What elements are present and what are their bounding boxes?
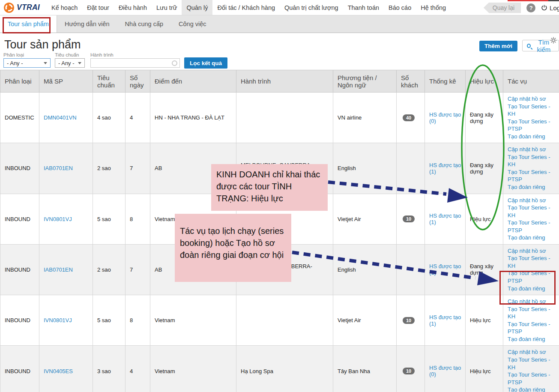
action-link[interactable]: Tạo Tour Series - KH: [508, 254, 558, 269]
action-link[interactable]: Tạo Tour Series - KH: [508, 204, 558, 219]
action-link[interactable]: Tạo Tour Series - PTSP: [508, 320, 558, 335]
cell-guests: [397, 244, 425, 295]
tour-code-link[interactable]: IVN0801VJ: [44, 216, 72, 222]
add-new-button[interactable]: Thêm mới: [479, 41, 517, 51]
cell-itinerary: Hạ Long Spa: [236, 346, 333, 392]
cell-status: Hiệu lực: [466, 346, 503, 392]
cell-code: IVN0405ES: [39, 346, 93, 392]
table-row: INBOUNDIVN0405ES3 sao4VietnamHạ Long Spa…: [0, 346, 559, 392]
category-filter-select[interactable]: - Any -: [3, 58, 51, 68]
column-header: Phương tiện / Ngôn ngữ: [333, 70, 397, 93]
cell-stats: HS được tạo (1): [425, 143, 466, 194]
cell-guests: 10: [397, 295, 425, 346]
sub-tab[interactable]: Hướng dẫn viên: [57, 15, 117, 33]
cell-code: IAB0701EN: [39, 143, 93, 194]
back-button[interactable]: Quay lại: [484, 3, 521, 13]
tour-code-link[interactable]: IVN0405ES: [44, 368, 73, 374]
column-header: Tác vụ: [503, 70, 559, 93]
nav-item[interactable]: Đối tác / Khách hàng: [212, 0, 280, 15]
cell-itinerary: [236, 295, 333, 346]
nav-item[interactable]: Hệ thống: [416, 0, 451, 15]
logout-button[interactable]: Logout: [541, 4, 559, 12]
cell-actions: Cập nhật hồ sơTạo Tour Series - KHTạo To…: [503, 295, 559, 346]
browser-artifact-dark: [548, 0, 559, 1]
nav-item[interactable]: Quản trị chất lượng: [280, 0, 343, 15]
action-link[interactable]: Tạo Tour Series - KH: [508, 103, 558, 118]
column-header: Thống kê: [425, 70, 466, 93]
cell-transport: English: [333, 143, 397, 194]
nav-item[interactable]: Lưu trữ: [152, 0, 182, 15]
action-link[interactable]: Tạo Tour Series - PTSP: [508, 269, 558, 284]
cell-destination: HN - NHA TRANG - ĐÀ LẠT: [150, 93, 236, 143]
sub-tab[interactable]: Nhà cung cấp: [117, 15, 171, 33]
nav-item[interactable]: Báo cáo: [384, 0, 416, 15]
action-link[interactable]: Tạo đoàn riêng: [508, 335, 558, 343]
stats-link[interactable]: HS được tạo (1): [429, 263, 461, 276]
tour-code-link[interactable]: IVN0801VJ: [44, 317, 72, 323]
itinerary-filter-input[interactable]: [90, 58, 180, 68]
nav-item[interactable]: Quản lý: [182, 0, 212, 15]
cell-actions: Cập nhật hồ sơTạo Tour Series - KHTạo To…: [503, 143, 559, 194]
action-link[interactable]: Tạo đoàn riêng: [508, 133, 558, 141]
action-link[interactable]: Cập nhật hồ sơ: [508, 348, 558, 356]
cell-actions: Cập nhật hồ sơTạo Tour Series - KHTạo To…: [503, 93, 559, 143]
cell-classification: INBOUND: [0, 244, 39, 295]
cell-actions: Cập nhật hồ sơTạo Tour Series - KHTạo To…: [503, 244, 559, 295]
stats-link[interactable]: HS được tạo (1): [429, 162, 461, 175]
cell-classification: DOMESTIC: [0, 93, 39, 143]
standard-filter-select[interactable]: - Any -: [55, 58, 85, 68]
action-link[interactable]: Tạo Tour Series - KH: [508, 305, 558, 320]
cell-standard: 5 sao: [93, 194, 126, 244]
app-window: VTRAI Kế hoạchĐặt tourĐiều hànhLưu trữQu…: [0, 0, 559, 392]
nav-item[interactable]: Đặt tour: [82, 0, 114, 15]
filter-results-button[interactable]: Lọc kết quả: [184, 57, 227, 69]
action-link[interactable]: Cập nhật hồ sơ: [508, 247, 558, 255]
action-link[interactable]: Cập nhật hồ sơ: [508, 197, 558, 204]
action-link[interactable]: Tạo Tour Series - KH: [508, 356, 558, 371]
action-link[interactable]: Tạo đoàn riêng: [508, 234, 558, 242]
gear-icon[interactable]: [550, 37, 557, 44]
cell-destination: Vietnam: [150, 295, 236, 346]
tour-code-link[interactable]: IAB0701EN: [44, 266, 73, 273]
sub-tab[interactable]: Công việc: [171, 15, 214, 33]
annotation-note-1: KINH DOANH chỉ khai thác được các tour T…: [211, 164, 328, 211]
action-link[interactable]: Tạo đoàn riêng: [508, 285, 558, 293]
category-filter-label: Phân loại: [3, 52, 24, 57]
stats-link[interactable]: HS được tạo (0): [429, 365, 461, 377]
stats-link[interactable]: HS được tạo (0): [429, 111, 461, 124]
nav-item[interactable]: Kế hoạch: [47, 0, 82, 15]
action-link[interactable]: Tạo Tour Series - KH: [508, 153, 558, 168]
action-link[interactable]: Cập nhật hồ sơ: [508, 298, 558, 305]
action-link[interactable]: Cập nhật hồ sơ: [508, 95, 558, 103]
action-link[interactable]: Tạo Tour Series - PTSP: [508, 371, 558, 386]
stats-link[interactable]: HS được tạo (1): [429, 212, 461, 225]
table-row: DOMESTICDMN0401VN4 sao4HN - NHA TRANG - …: [0, 93, 559, 143]
sub-tab-bar: Tour sản phẩmHướng dẫn viênNhà cung cấpC…: [0, 15, 559, 33]
cell-days: 4: [126, 346, 150, 392]
logo-text: VTRAI: [17, 3, 40, 12]
action-link[interactable]: Tạo đoàn riêng: [508, 183, 558, 191]
column-header: Hành trình: [236, 70, 333, 93]
action-link[interactable]: Tạo Tour Series - PTSP: [508, 168, 558, 183]
nav-item[interactable]: Thanh toán: [343, 0, 384, 15]
tour-code-link[interactable]: IAB0701EN: [44, 165, 73, 171]
cell-guests: 10: [397, 194, 425, 244]
cell-transport: Vietjet Air: [333, 194, 397, 244]
itinerary-filter-label: Hành trình: [90, 52, 114, 57]
cell-classification: INBOUND: [0, 194, 39, 244]
action-link[interactable]: Tạo Tour Series - PTSP: [508, 118, 558, 133]
cell-code: IAB0701EN: [39, 244, 93, 295]
nav-item[interactable]: Điều hành: [114, 0, 152, 15]
tour-code-link[interactable]: DMN0401VN: [44, 114, 77, 121]
help-icon[interactable]: ?: [526, 3, 535, 12]
action-link[interactable]: Tạo Tour Series - PTSP: [508, 219, 558, 234]
cell-guests: 10: [397, 346, 425, 392]
cell-actions: Cập nhật hồ sơTạo Tour Series - KHTạo To…: [503, 194, 559, 244]
action-link[interactable]: Cập nhật hồ sơ: [508, 146, 558, 153]
cell-guests: [397, 143, 425, 194]
column-header: Số ngày: [126, 70, 150, 93]
action-link[interactable]: Tạo đoàn riêng: [508, 386, 558, 392]
stats-link[interactable]: HS được tạo (1): [429, 314, 461, 327]
sub-tab[interactable]: Tour sản phẩm: [0, 15, 57, 33]
cell-status: Hiệu lực: [466, 194, 503, 244]
